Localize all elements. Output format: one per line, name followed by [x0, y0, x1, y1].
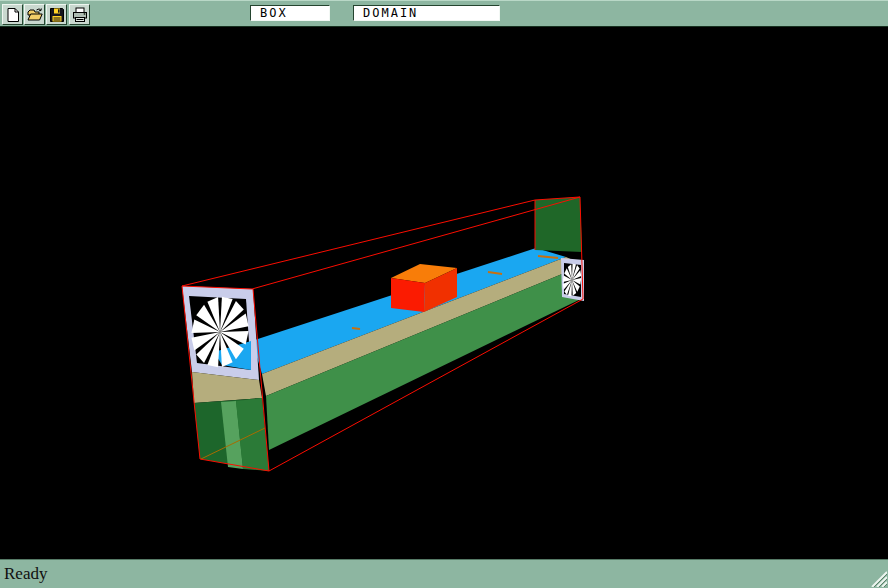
- box-front-face: [391, 278, 425, 312]
- status-bar: Ready: [0, 559, 888, 588]
- outlet-fan: [561, 258, 584, 301]
- application-window: Ready: [0, 0, 888, 588]
- scene: [0, 27, 888, 559]
- new-document-icon: [5, 7, 21, 23]
- save-button[interactable]: [46, 4, 67, 25]
- toolbar: [0, 0, 888, 27]
- new-button[interactable]: [2, 4, 23, 25]
- save-icon: [49, 7, 65, 23]
- print-button[interactable]: [69, 4, 90, 25]
- 3d-viewport[interactable]: [0, 27, 888, 559]
- object-name-field[interactable]: [250, 5, 330, 21]
- open-folder-icon: [27, 7, 43, 23]
- resize-grip[interactable]: [869, 569, 887, 587]
- print-icon: [72, 7, 88, 23]
- status-text: Ready: [4, 560, 47, 587]
- inlet-face: [182, 286, 269, 471]
- domain-name-field[interactable]: [353, 5, 500, 21]
- end-wall: [535, 197, 582, 252]
- open-button[interactable]: [24, 4, 45, 25]
